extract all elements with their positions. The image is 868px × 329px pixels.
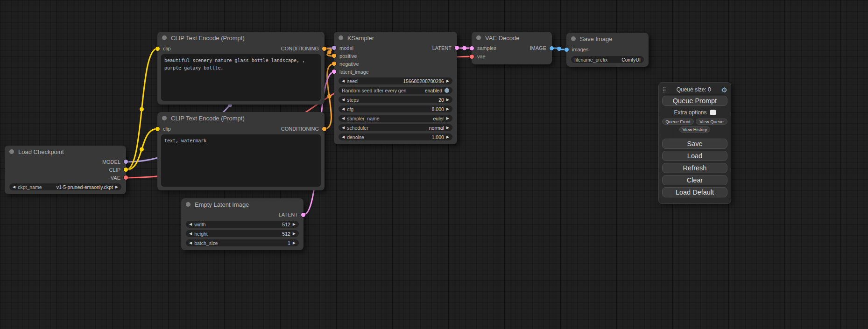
view-history-button[interactable]: View History bbox=[679, 126, 711, 133]
random-seed-toggle-widget[interactable]: Random seed after every gen enabled bbox=[339, 87, 452, 94]
collapse-dot-icon[interactable] bbox=[186, 202, 191, 207]
node-title-bar[interactable]: CLIP Text Encode (Prompt) bbox=[157, 32, 325, 44]
collapse-dot-icon[interactable] bbox=[162, 116, 167, 120]
increment-arrow-icon[interactable]: ▶ bbox=[446, 107, 449, 111]
increment-arrow-icon[interactable]: ▶ bbox=[293, 232, 296, 236]
output-slot-vae[interactable] bbox=[124, 175, 128, 180]
decrement-arrow-icon[interactable]: ◀ bbox=[342, 117, 345, 120]
output-slot-image[interactable] bbox=[550, 46, 554, 50]
decrement-arrow-icon[interactable]: ◀ bbox=[13, 185, 15, 189]
decrement-arrow-icon[interactable]: ◀ bbox=[189, 223, 192, 226]
decrement-arrow-icon[interactable]: ◀ bbox=[342, 107, 345, 111]
settings-gear-icon[interactable]: ⚙ bbox=[721, 86, 727, 93]
increment-arrow-icon[interactable]: ▶ bbox=[293, 223, 296, 226]
denoise-widget[interactable]: ◀ denoise 1.000 ▶ bbox=[339, 133, 452, 140]
node-title: KSampler bbox=[347, 35, 374, 42]
node-load-checkpoint[interactable]: Load Checkpoint MODEL CLIP VAE ◀ ckpt_na… bbox=[5, 146, 126, 194]
input-slot-positive[interactable] bbox=[332, 54, 336, 58]
node-title-bar[interactable]: Empty Latent Image bbox=[181, 198, 303, 210]
node-vae-decode[interactable]: VAE Decode samples IMAGE vae bbox=[472, 32, 552, 64]
output-slot-latent[interactable] bbox=[455, 46, 459, 50]
extra-options-checkbox[interactable] bbox=[710, 110, 716, 115]
slot-row: vae bbox=[472, 52, 552, 61]
node-ksampler[interactable]: KSampler model LATENT positive negative … bbox=[334, 32, 457, 144]
drag-handle-icon[interactable]: ⣿ bbox=[662, 87, 666, 92]
input-label-clip: clip bbox=[163, 46, 171, 51]
widget-label: filename_prefix bbox=[574, 57, 607, 63]
collapse-dot-icon[interactable] bbox=[571, 36, 576, 41]
sampler-name-widget[interactable]: ◀ sampler_name euler ▶ bbox=[339, 115, 452, 122]
toggle-dot-icon[interactable] bbox=[445, 88, 449, 93]
output-slot-latent[interactable] bbox=[301, 213, 305, 217]
node-clip-text-encode-positive[interactable]: CLIP Text Encode (Prompt) clip CONDITION… bbox=[157, 32, 325, 105]
input-slot-images[interactable] bbox=[565, 48, 569, 52]
increment-arrow-icon[interactable]: ▶ bbox=[446, 79, 449, 83]
increment-arrow-icon[interactable]: ▶ bbox=[446, 98, 449, 102]
decrement-arrow-icon[interactable]: ◀ bbox=[342, 79, 345, 83]
decrement-arrow-icon[interactable]: ◀ bbox=[189, 241, 192, 245]
node-title-bar[interactable]: Load Checkpoint bbox=[5, 146, 126, 158]
queue-panel[interactable]: ⣿ Queue size: 0 ⚙ Queue Prompt Extra opt… bbox=[658, 82, 731, 204]
decrement-arrow-icon[interactable]: ◀ bbox=[342, 98, 345, 102]
refresh-button[interactable]: Refresh bbox=[662, 163, 727, 173]
output-slot-model[interactable] bbox=[124, 160, 128, 164]
steps-widget[interactable]: ◀ steps 20 ▶ bbox=[339, 96, 452, 103]
load-button[interactable]: Load bbox=[662, 151, 727, 161]
filename-prefix-widget[interactable]: filename_prefix ComfyUI bbox=[571, 56, 644, 63]
view-queue-button[interactable]: View Queue bbox=[696, 119, 727, 125]
input-slot-samples[interactable] bbox=[470, 46, 474, 50]
increment-arrow-icon[interactable]: ▶ bbox=[446, 117, 449, 120]
positive-prompt-textarea[interactable]: beautiful scenery nature glass bottle la… bbox=[161, 54, 321, 101]
node-title-bar[interactable]: VAE Decode bbox=[472, 32, 552, 44]
seed-widget[interactable]: ◀ seed 156680208700286 ▶ bbox=[339, 77, 452, 84]
width-widget[interactable]: ◀ width 512 ▶ bbox=[186, 221, 299, 228]
queue-front-button[interactable]: Queue Front bbox=[662, 119, 694, 125]
collapse-dot-icon[interactable] bbox=[476, 35, 481, 40]
increment-arrow-icon[interactable]: ▶ bbox=[115, 185, 118, 189]
output-slot-conditioning[interactable] bbox=[322, 47, 326, 51]
increment-arrow-icon[interactable]: ▶ bbox=[446, 126, 449, 130]
graph-canvas[interactable]: Load Checkpoint MODEL CLIP VAE ◀ ckpt_na… bbox=[0, 0, 868, 329]
collapse-dot-icon[interactable] bbox=[162, 35, 167, 40]
node-title-bar[interactable]: KSampler bbox=[334, 32, 457, 44]
input-slot-clip[interactable] bbox=[155, 47, 160, 51]
decrement-arrow-icon[interactable]: ◀ bbox=[342, 135, 345, 139]
input-slot-negative[interactable] bbox=[332, 62, 336, 66]
output-slot-clip[interactable] bbox=[124, 168, 128, 172]
output-row-vae: VAE bbox=[5, 174, 126, 182]
input-slot-vae[interactable] bbox=[470, 55, 474, 59]
decrement-arrow-icon[interactable]: ◀ bbox=[342, 126, 345, 130]
negative-prompt-textarea[interactable]: text, watermark bbox=[161, 134, 321, 187]
node-save-image[interactable]: Save Image images filename_prefix ComfyU… bbox=[566, 33, 649, 67]
queue-size-label: Queue size: 0 bbox=[666, 86, 721, 93]
node-title-bar[interactable]: CLIP Text Encode (Prompt) bbox=[157, 112, 325, 124]
collapse-dot-icon[interactable] bbox=[9, 149, 14, 154]
input-slot-model[interactable] bbox=[332, 46, 336, 50]
scheduler-widget[interactable]: ◀ scheduler normal ▶ bbox=[339, 124, 452, 131]
queue-prompt-button[interactable]: Queue Prompt bbox=[662, 96, 727, 106]
output-slot-conditioning[interactable] bbox=[322, 127, 326, 131]
node-title-bar[interactable]: Save Image bbox=[566, 33, 649, 45]
collapse-dot-icon[interactable] bbox=[339, 35, 343, 40]
increment-arrow-icon[interactable]: ▶ bbox=[293, 241, 296, 245]
output-label-latent: LATENT bbox=[279, 212, 298, 217]
node-title: VAE Decode bbox=[485, 35, 519, 42]
output-row-latent: LATENT bbox=[181, 210, 303, 219]
slot-row: images bbox=[566, 45, 649, 54]
increment-arrow-icon[interactable]: ▶ bbox=[446, 135, 449, 139]
height-widget[interactable]: ◀ height 512 ▶ bbox=[186, 230, 299, 237]
slot-row: clip CONDITIONING bbox=[157, 124, 325, 133]
ckpt-name-widget[interactable]: ◀ ckpt_name v1-5-pruned-emaonly.ckpt ▶ bbox=[9, 183, 121, 190]
node-empty-latent-image[interactable]: Empty Latent Image LATENT ◀ width 512 ▶ … bbox=[181, 198, 303, 250]
clear-button[interactable]: Clear bbox=[662, 175, 727, 185]
cfg-widget[interactable]: ◀ cfg 8.000 ▶ bbox=[339, 105, 452, 112]
widget-value: 20 bbox=[438, 97, 444, 103]
widget-value: v1-5-pruned-emaonly.ckpt bbox=[56, 184, 113, 190]
input-slot-clip[interactable] bbox=[155, 127, 160, 131]
input-slot-latent-image[interactable] bbox=[332, 70, 336, 74]
node-clip-text-encode-negative[interactable]: CLIP Text Encode (Prompt) clip CONDITION… bbox=[157, 112, 325, 190]
decrement-arrow-icon[interactable]: ◀ bbox=[189, 232, 192, 236]
batch-size-widget[interactable]: ◀ batch_size 1 ▶ bbox=[186, 239, 299, 246]
load-default-button[interactable]: Load Default bbox=[662, 187, 727, 197]
save-button[interactable]: Save bbox=[662, 139, 727, 149]
